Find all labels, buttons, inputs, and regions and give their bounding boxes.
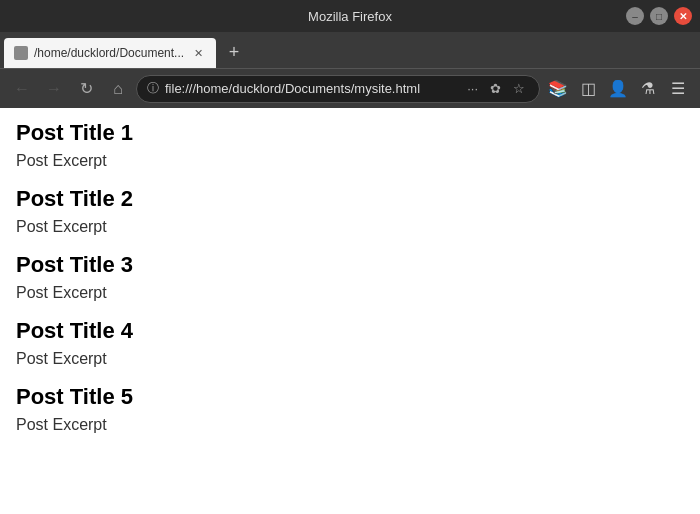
toolbar: ← → ↻ ⌂ ⓘ file:///home/ducklord/Document… <box>0 68 700 108</box>
active-tab[interactable]: /home/ducklord/Document... ✕ <box>4 38 216 68</box>
address-actions: ··· ✿ ☆ <box>463 79 529 98</box>
menu-button[interactable]: ☰ <box>664 75 692 103</box>
page-content: Post Title 1Post ExcerptPost Title 2Post… <box>0 108 700 514</box>
post-excerpt-2: Post Excerpt <box>16 218 684 236</box>
tab-favicon <box>14 46 28 60</box>
sidebar-button[interactable]: ◫ <box>574 75 602 103</box>
window-controls: – □ ✕ <box>626 7 692 25</box>
tab-close-button[interactable]: ✕ <box>190 45 206 61</box>
more-button[interactable]: ··· <box>463 79 482 98</box>
pocket-button[interactable]: ✿ <box>486 79 505 98</box>
back-button[interactable]: ← <box>8 75 36 103</box>
post-title-5: Post Title 5 <box>16 384 684 410</box>
bookmark-button[interactable]: ☆ <box>509 79 529 98</box>
url-display: file:///home/ducklord/Documents/mysite.h… <box>165 81 457 96</box>
post-excerpt-1: Post Excerpt <box>16 152 684 170</box>
extensions-button[interactable]: ⚗ <box>634 75 662 103</box>
address-bar[interactable]: ⓘ file:///home/ducklord/Documents/mysite… <box>136 75 540 103</box>
library-button[interactable]: 📚 <box>544 75 572 103</box>
lock-icon: ⓘ <box>147 80 159 97</box>
forward-button[interactable]: → <box>40 75 68 103</box>
account-button[interactable]: 👤 <box>604 75 632 103</box>
tab-title: /home/ducklord/Document... <box>34 46 184 60</box>
window-title: Mozilla Firefox <box>308 9 392 24</box>
reload-button[interactable]: ↻ <box>72 75 100 103</box>
post-excerpt-4: Post Excerpt <box>16 350 684 368</box>
tabbar: /home/ducklord/Document... ✕ + <box>0 32 700 68</box>
post-title-1: Post Title 1 <box>16 120 684 146</box>
post-title-4: Post Title 4 <box>16 318 684 344</box>
minimize-button[interactable]: – <box>626 7 644 25</box>
new-tab-button[interactable]: + <box>220 38 248 66</box>
home-button[interactable]: ⌂ <box>104 75 132 103</box>
toolbar-right: 📚 ◫ 👤 ⚗ ☰ <box>544 75 692 103</box>
post-title-2: Post Title 2 <box>16 186 684 212</box>
post-excerpt-3: Post Excerpt <box>16 284 684 302</box>
close-button[interactable]: ✕ <box>674 7 692 25</box>
titlebar: Mozilla Firefox – □ ✕ <box>0 0 700 32</box>
post-excerpt-5: Post Excerpt <box>16 416 684 434</box>
restore-button[interactable]: □ <box>650 7 668 25</box>
post-title-3: Post Title 3 <box>16 252 684 278</box>
